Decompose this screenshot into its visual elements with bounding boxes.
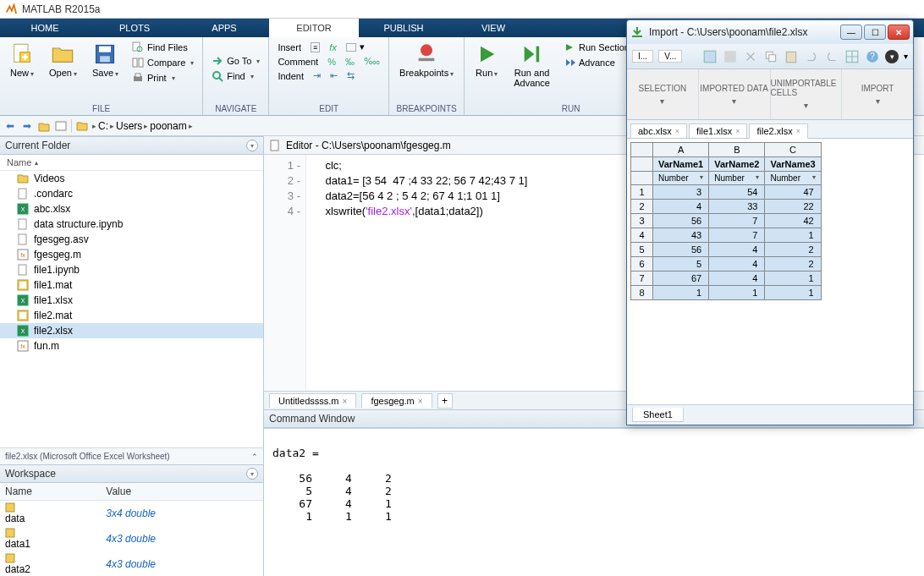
file-row[interactable]: Xfile2.xlsx xyxy=(0,323,263,338)
import-category[interactable]: IMPORT▾ xyxy=(842,69,913,119)
indent-button[interactable]: Indent ⇥ ⇤ ⇆ xyxy=(274,69,383,82)
close-button[interactable]: ✕ xyxy=(888,25,910,40)
import-category[interactable]: SELECTION▾ xyxy=(627,69,699,119)
import-filetab[interactable]: file2.xlsx× xyxy=(749,123,807,139)
sheet-tabs: Sheet1 xyxy=(627,404,913,425)
minimize-button[interactable]: — xyxy=(840,25,862,40)
run-section-button[interactable]: Run Section xyxy=(560,41,633,54)
folder-icon xyxy=(17,173,29,184)
workspace-row[interactable]: data14x3 double xyxy=(0,526,263,551)
save-button[interactable]: Save xyxy=(87,41,124,85)
import-filetabs: abc.xlsx×file1.xlsx×file2.xlsx× xyxy=(627,120,913,139)
close-icon[interactable]: × xyxy=(796,127,800,135)
mat-icon xyxy=(17,310,29,321)
redo-icon[interactable] xyxy=(824,49,839,64)
expand-icon[interactable]: ▾ xyxy=(904,52,908,61)
copy-icon[interactable] xyxy=(763,49,778,64)
breakpoints-button[interactable]: Breakpoints xyxy=(394,41,459,80)
import-filetab[interactable]: abc.xlsx× xyxy=(630,123,687,138)
mat-icon xyxy=(17,279,29,291)
file-detail: file2.xlsx (Microsoft Office Excel Works… xyxy=(0,447,263,464)
workspace-table: NameValue data3x4 doubledata14x3 doubled… xyxy=(0,483,263,576)
undo-icon[interactable] xyxy=(804,49,819,64)
folder-icon xyxy=(75,119,89,133)
workspace-row[interactable]: data24x3 double xyxy=(0,551,263,576)
new-tab-button[interactable]: + xyxy=(437,393,453,409)
file-icon xyxy=(17,264,29,276)
up-folder-icon[interactable] xyxy=(37,119,51,133)
panel-menu-icon[interactable]: ▾ xyxy=(246,468,258,480)
breadcrumb[interactable]: ▸ C: ▸ Users ▸ poonam ▸ xyxy=(92,120,193,132)
import-category[interactable]: UNIMPORTABLE CELLS▾ xyxy=(771,69,843,119)
save-icon[interactable] xyxy=(723,49,738,64)
main-tab-view[interactable]: VIEW xyxy=(448,19,538,37)
find-files-button[interactable]: Find Files xyxy=(129,41,197,54)
print-button[interactable]: Print xyxy=(129,71,197,85)
import-category[interactable]: IMPORTED DATA▾ xyxy=(699,69,771,119)
import-tab-i[interactable]: I... xyxy=(632,50,653,63)
file-row[interactable]: Xfile1.xlsx xyxy=(0,293,263,308)
comment-button[interactable]: Comment % ‰ ‱ xyxy=(274,55,383,68)
svg-text:X: X xyxy=(21,206,25,212)
find-button[interactable]: Find xyxy=(208,69,263,83)
goto-button[interactable]: Go To xyxy=(208,54,263,68)
m-icon: fx xyxy=(17,249,29,261)
svg-rect-20 xyxy=(19,219,26,229)
file-row[interactable]: .condarc xyxy=(0,186,263,201)
doc-icon xyxy=(269,140,281,151)
layout-icon[interactable] xyxy=(844,49,860,64)
svg-rect-21 xyxy=(19,234,26,244)
svg-rect-38 xyxy=(271,140,278,151)
close-icon[interactable]: × xyxy=(418,397,423,406)
compare-button[interactable]: Compare xyxy=(129,56,197,69)
file-row[interactable]: Xabc.xlsx xyxy=(0,201,263,217)
insert-button[interactable]: Insert ≡ fx ▾ xyxy=(274,41,383,53)
file-row[interactable]: Videos xyxy=(0,171,263,186)
editor-tab[interactable]: fgesgeg.m× xyxy=(361,393,432,408)
cut-icon[interactable] xyxy=(743,49,758,64)
fx-icon[interactable]: fx xyxy=(329,42,337,52)
browse-icon[interactable] xyxy=(54,119,68,133)
import-grid[interactable]: ABCVarName1VarName2VarName3NumberNumberN… xyxy=(627,139,913,404)
run-button[interactable]: Run xyxy=(470,41,503,90)
titlebar: MATLAB R2015a xyxy=(0,0,924,19)
back-button[interactable]: ⬅ xyxy=(3,119,17,133)
open-button[interactable]: Open xyxy=(44,41,82,85)
main-tab-publish[interactable]: PUBLISH xyxy=(359,19,448,37)
new-button[interactable]: New xyxy=(5,41,39,85)
import-titlebar[interactable]: Import - C:\Users\poonam\file2.xlsx — ☐ … xyxy=(627,20,913,44)
command-window[interactable]: data2 = 56 4 2 5 4 2 67 4 1 1 1 1 xyxy=(264,428,924,576)
main-tab-home[interactable]: HOME xyxy=(0,19,90,37)
import-tab-v[interactable]: V... xyxy=(658,50,682,63)
close-icon[interactable]: × xyxy=(675,127,679,135)
workspace-row[interactable]: data3x4 double xyxy=(0,501,263,527)
advance-button[interactable]: Advance xyxy=(560,56,633,69)
file-row[interactable]: fgesgeg.asv xyxy=(0,232,263,247)
panel-menu-icon[interactable]: ▾ xyxy=(246,140,258,151)
current-folder-list: Name ▴ Videos.condarcXabc.xlsxdata struc… xyxy=(0,155,263,447)
dropdown-icon[interactable]: ▾ xyxy=(885,50,899,63)
run-advance-button[interactable]: Run and Advance xyxy=(509,41,555,90)
svg-rect-30 xyxy=(19,312,26,319)
file-row[interactable]: data structure.ipynb xyxy=(0,217,263,232)
maximize-button[interactable]: ☐ xyxy=(864,25,886,40)
file-row[interactable]: fxfgesgeg.m xyxy=(0,247,263,262)
file-row[interactable]: file1.mat xyxy=(0,277,263,293)
svg-point-11 xyxy=(213,72,220,79)
import-filetab[interactable]: file1.xlsx× xyxy=(689,123,747,138)
close-icon[interactable]: × xyxy=(735,127,740,135)
tool-icon[interactable] xyxy=(702,49,718,64)
import-categories: SELECTION▾IMPORTED DATA▾UNIMPORTABLE CEL… xyxy=(627,69,913,120)
paste-icon[interactable] xyxy=(784,49,799,64)
file-row[interactable]: file1.ipynb xyxy=(0,262,263,277)
help-icon[interactable]: ? xyxy=(865,49,880,64)
editor-tab[interactable]: Untitledssss.m× xyxy=(269,393,356,408)
close-icon[interactable]: × xyxy=(343,397,348,406)
main-tab-editor[interactable]: EDITOR xyxy=(269,19,359,37)
main-tab-apps[interactable]: APPS xyxy=(179,19,269,37)
forward-button[interactable]: ➡ xyxy=(20,119,34,133)
main-tab-plots[interactable]: PLOTS xyxy=(90,19,179,37)
file-row[interactable]: fxfun.m xyxy=(0,338,263,354)
file-row[interactable]: file2.mat xyxy=(0,308,263,323)
sheet-tab[interactable]: Sheet1 xyxy=(632,408,684,422)
